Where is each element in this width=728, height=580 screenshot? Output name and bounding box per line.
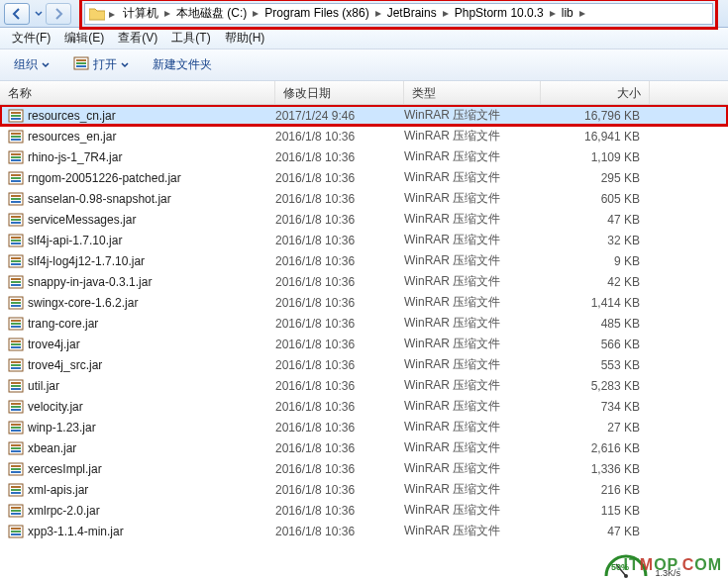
svg-rect-10 xyxy=(11,136,21,138)
column-header-type[interactable]: 类型 xyxy=(404,81,541,104)
svg-rect-79 xyxy=(11,492,21,494)
breadcrumb-segment[interactable]: 计算机 xyxy=(119,5,162,22)
archive-icon xyxy=(8,338,24,351)
table-row[interactable]: rhino-js-1_7R4.jar2016/1/8 10:36WinRAR 压… xyxy=(0,146,728,167)
file-size: 605 KB xyxy=(541,192,650,206)
table-row[interactable]: util.jar2016/1/8 10:36WinRAR 压缩文件5,283 K… xyxy=(0,375,728,396)
table-row[interactable]: xercesImpl.jar2016/1/8 10:36WinRAR 压缩文件1… xyxy=(0,458,728,479)
svg-rect-50 xyxy=(11,343,21,345)
file-name: rhino-js-1_7R4.jar xyxy=(28,150,122,164)
menu-edit[interactable]: 编辑(E) xyxy=(58,28,110,48)
table-row[interactable]: snappy-in-java-0.3.1.jar2016/1/8 10:36Wi… xyxy=(0,271,728,292)
menu-view[interactable]: 查看(V) xyxy=(112,28,163,48)
column-header-size[interactable]: 大小 xyxy=(541,81,650,104)
new-folder-button[interactable]: 新建文件夹 xyxy=(147,53,218,76)
file-type: WinRAR 压缩文件 xyxy=(404,232,541,248)
table-row[interactable]: xpp3-1.1.4-min.jar2016/1/8 10:36WinRAR 压… xyxy=(0,521,728,541)
svg-rect-30 xyxy=(11,240,21,242)
file-date: 2016/1/8 10:36 xyxy=(275,254,404,268)
file-size: 566 KB xyxy=(541,338,650,351)
svg-rect-63 xyxy=(11,409,21,411)
file-size: 1,336 KB xyxy=(541,462,650,476)
file-date: 2016/1/8 10:36 xyxy=(275,462,404,476)
table-row[interactable]: velocity.jar2016/1/8 10:36WinRAR 压缩文件734… xyxy=(0,396,728,417)
table-row[interactable]: resources_cn.jar2017/1/24 9:46WinRAR 压缩文… xyxy=(0,105,728,126)
breadcrumb-segment[interactable]: PhpStorm 10.0.3 xyxy=(451,6,548,20)
archive-icon xyxy=(8,358,24,372)
archive-icon xyxy=(8,504,24,518)
table-row[interactable]: xbean.jar2016/1/8 10:36WinRAR 压缩文件2,616 … xyxy=(0,437,728,458)
chevron-right-icon[interactable]: ▸ xyxy=(162,6,172,20)
column-header-name[interactable]: 名称 xyxy=(0,81,275,104)
breadcrumb-segment[interactable]: JetBrains xyxy=(383,6,441,20)
file-size: 295 KB xyxy=(541,171,650,185)
menu-file[interactable]: 文件(F) xyxy=(6,28,56,48)
svg-rect-51 xyxy=(11,346,21,348)
table-row[interactable]: sanselan-0.98-snapshot.jar2016/1/8 10:36… xyxy=(0,188,728,209)
breadcrumb-segment[interactable]: lib xyxy=(558,6,577,20)
breadcrumb-list: 计算机▸本地磁盘 (C:)▸Program Files (x86)▸JetBra… xyxy=(119,5,587,22)
table-row[interactable]: trove4j.jar2016/1/8 10:36WinRAR 压缩文件566 … xyxy=(0,334,728,354)
file-date: 2016/1/8 10:36 xyxy=(275,296,404,310)
table-row[interactable]: xmlrpc-2.0.jar2016/1/8 10:36WinRAR 压缩文件1… xyxy=(0,500,728,521)
file-name: trove4j.jar xyxy=(28,338,80,351)
table-row[interactable]: swingx-core-1.6.2.jar2016/1/8 10:36WinRA… xyxy=(0,292,728,313)
table-row[interactable]: winp-1.23.jar2016/1/8 10:36WinRAR 压缩文件27… xyxy=(0,417,728,437)
file-size: 216 KB xyxy=(541,483,650,497)
svg-rect-26 xyxy=(11,219,21,221)
file-type: WinRAR 压缩文件 xyxy=(404,419,541,435)
file-size: 1,414 KB xyxy=(541,296,650,310)
addressbar[interactable]: ▸ 计算机▸本地磁盘 (C:)▸Program Files (x86)▸JetB… xyxy=(84,3,713,25)
file-name: winp-1.23.jar xyxy=(28,421,96,435)
column-header-date[interactable]: 修改日期 xyxy=(275,81,404,104)
archive-icon xyxy=(8,441,24,455)
organize-button[interactable]: 组织 xyxy=(8,53,55,76)
file-type: WinRAR 压缩文件 xyxy=(404,439,541,456)
archive-icon xyxy=(8,400,24,414)
file-list[interactable]: resources_cn.jar2017/1/24 9:46WinRAR 压缩文… xyxy=(0,105,728,580)
svg-rect-87 xyxy=(11,533,21,535)
forward-button[interactable] xyxy=(46,3,71,25)
svg-rect-7 xyxy=(11,118,21,120)
table-row[interactable]: rngom-20051226-patched.jar2016/1/8 10:36… xyxy=(0,167,728,188)
chevron-right-icon[interactable]: ▸ xyxy=(107,7,117,21)
chevron-right-icon[interactable]: ▸ xyxy=(548,6,558,20)
chevron-right-icon[interactable]: ▸ xyxy=(577,6,587,20)
svg-rect-21 xyxy=(11,195,21,197)
menubar: 文件(F) 编辑(E) 查看(V) 工具(T) 帮助(H) xyxy=(0,28,728,49)
folder-icon xyxy=(89,7,105,21)
svg-rect-22 xyxy=(11,198,21,200)
menu-tools[interactable]: 工具(T) xyxy=(165,28,216,48)
file-type: WinRAR 压缩文件 xyxy=(404,315,541,332)
file-type: WinRAR 压缩文件 xyxy=(404,252,541,269)
breadcrumb-segment[interactable]: 本地磁盘 (C:) xyxy=(172,5,251,22)
file-size: 32 KB xyxy=(541,234,650,247)
chevron-right-icon[interactable]: ▸ xyxy=(373,6,383,20)
archive-icon xyxy=(73,56,89,73)
open-button[interactable]: 打开 xyxy=(67,53,135,76)
file-type: WinRAR 压缩文件 xyxy=(404,356,541,373)
table-row[interactable]: xml-apis.jar2016/1/8 10:36WinRAR 压缩文件216… xyxy=(0,479,728,500)
file-name: resources_cn.jar xyxy=(28,109,116,123)
table-row[interactable]: slf4j-log4j12-1.7.10.jar2016/1/8 10:36Wi… xyxy=(0,250,728,271)
back-history-dropdown[interactable] xyxy=(32,10,46,18)
table-row[interactable]: trang-core.jar2016/1/8 10:36WinRAR 压缩文件4… xyxy=(0,313,728,334)
menu-help[interactable]: 帮助(H) xyxy=(219,28,271,48)
file-type: WinRAR 压缩文件 xyxy=(404,523,541,539)
table-row[interactable]: resources_en.jar2016/1/8 10:36WinRAR 压缩文… xyxy=(0,126,728,146)
table-row[interactable]: trove4j_src.jar2016/1/8 10:36WinRAR 压缩文件… xyxy=(0,354,728,375)
archive-icon xyxy=(8,213,24,227)
file-date: 2016/1/8 10:36 xyxy=(275,192,404,206)
back-button[interactable] xyxy=(4,3,30,25)
archive-icon xyxy=(8,317,24,331)
svg-rect-53 xyxy=(11,361,21,363)
table-row[interactable]: serviceMessages.jar2016/1/8 10:36WinRAR … xyxy=(0,209,728,230)
chevron-right-icon[interactable]: ▸ xyxy=(441,6,451,20)
svg-rect-70 xyxy=(11,447,21,449)
breadcrumb-segment[interactable]: Program Files (x86) xyxy=(260,6,372,20)
file-type: WinRAR 压缩文件 xyxy=(404,128,541,145)
file-date: 2016/1/8 10:36 xyxy=(275,400,404,414)
chevron-right-icon[interactable]: ▸ xyxy=(251,6,260,20)
table-row[interactable]: slf4j-api-1.7.10.jar2016/1/8 10:36WinRAR… xyxy=(0,230,728,250)
svg-rect-41 xyxy=(11,299,21,301)
